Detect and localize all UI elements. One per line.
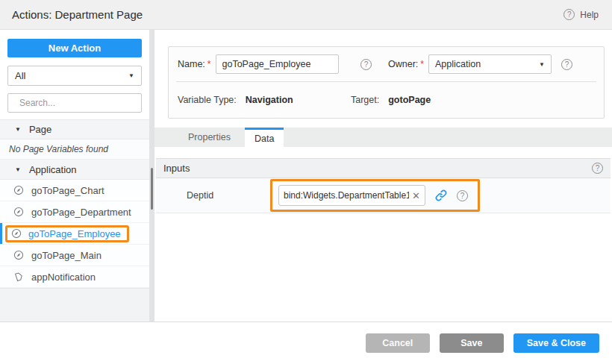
help-icon: ? bbox=[563, 9, 575, 20]
notification-icon bbox=[13, 272, 24, 282]
scrollbar-thumb[interactable] bbox=[151, 168, 153, 210]
sidebar-item-appnotification[interactable]: appNotification bbox=[0, 266, 149, 288]
help-icon[interactable]: ? bbox=[457, 190, 468, 201]
bind-link-icon[interactable] bbox=[434, 189, 448, 202]
chevron-down-icon: ▼ bbox=[539, 61, 545, 68]
search-input[interactable] bbox=[19, 98, 135, 108]
dialog-header: Actions: Department Page ? Help bbox=[0, 0, 612, 30]
inputs-panel-header: Inputs ? bbox=[156, 158, 611, 178]
annotation-highlight: goToPage_Employee bbox=[5, 225, 129, 242]
caret-down-icon: ▼ bbox=[15, 126, 21, 133]
inputs-panel: Inputs ? Deptid bind:Widgets.DepartmentT… bbox=[156, 158, 611, 213]
dialog-footer: Cancel Save Save & Close bbox=[0, 321, 612, 364]
navigation-icon bbox=[13, 207, 24, 217]
annotation-highlight: bind:Widgets.DepartmentTable1.select ✕ ? bbox=[270, 179, 480, 212]
deptid-label: Deptid bbox=[187, 190, 270, 201]
section-application-label: Application bbox=[29, 164, 77, 175]
clear-icon[interactable]: ✕ bbox=[412, 190, 420, 201]
search-box bbox=[7, 93, 142, 113]
help-icon[interactable]: ? bbox=[561, 59, 572, 70]
navigation-icon bbox=[13, 250, 24, 260]
sidebar-filler bbox=[0, 288, 149, 321]
owner-label: Owner: bbox=[388, 59, 418, 69]
sidebar-item-label: goToPage_Chart bbox=[31, 185, 104, 196]
page-empty-message: No Page Variables found bbox=[0, 139, 149, 160]
sidebar-item-gotopage-employee[interactable]: goToPage_Employee bbox=[0, 223, 149, 245]
target-label: Target: bbox=[351, 95, 379, 105]
filter-select-value: All bbox=[15, 70, 25, 81]
section-application[interactable]: ▼ Application bbox=[0, 160, 149, 180]
required-marker: * bbox=[207, 59, 211, 69]
actions-dialog: Actions: Department Page ? Help New Acti… bbox=[0, 0, 612, 364]
section-page-label: Page bbox=[29, 124, 51, 135]
name-input[interactable] bbox=[216, 54, 339, 74]
action-detail-panel: Name: * ? Owner: * Application ▼ ? bbox=[154, 30, 612, 321]
deptid-bind-input[interactable]: bind:Widgets.DepartmentTable1.select ✕ bbox=[278, 185, 425, 206]
search-icon bbox=[14, 98, 15, 108]
sidebar-item-gotopage-main[interactable]: goToPage_Main bbox=[0, 245, 149, 266]
name-owner-row: Name: * ? Owner: * Application ▼ ? bbox=[169, 47, 604, 81]
save-button[interactable]: Save bbox=[440, 333, 504, 353]
owner-select[interactable]: Application ▼ bbox=[428, 54, 552, 74]
sidebar-item-label: appNotification bbox=[31, 272, 96, 283]
help-label: Help bbox=[580, 10, 599, 20]
required-marker: * bbox=[420, 59, 424, 69]
sidebar-item-label: goToPage_Department bbox=[31, 207, 131, 218]
dialog-body: New Action All ▼ ▼ Page No Page Variable… bbox=[0, 30, 612, 321]
cancel-button[interactable]: Cancel bbox=[366, 333, 430, 353]
actions-sidebar: New Action All ▼ ▼ Page No Page Variable… bbox=[0, 30, 149, 321]
page-title: Actions: Department Page bbox=[12, 8, 143, 21]
type-target-row: Variable Type: Navigation Target: gotoPa… bbox=[169, 82, 604, 118]
target-value: gotoPage bbox=[388, 95, 431, 105]
section-page[interactable]: ▼ Page bbox=[0, 119, 149, 139]
inputs-title: Inputs bbox=[163, 163, 190, 174]
help-icon[interactable]: ? bbox=[360, 59, 372, 70]
variable-type-label: Variable Type: bbox=[178, 95, 237, 105]
tab-bar: Properties Data bbox=[154, 128, 612, 147]
name-label: Name: bbox=[178, 59, 205, 69]
caret-down-icon: ▼ bbox=[15, 166, 21, 173]
variable-type-value: Navigation bbox=[246, 95, 293, 105]
sidebar-item-label: goToPage_Employee bbox=[28, 228, 121, 239]
sidebar-item-gotopage-chart[interactable]: goToPage_Chart bbox=[0, 180, 149, 201]
filter-select[interactable]: All ▼ bbox=[7, 66, 142, 86]
navigation-icon bbox=[11, 228, 22, 239]
sidebar-divider bbox=[149, 30, 154, 321]
save-and-close-button[interactable]: Save & Close bbox=[513, 333, 599, 353]
chevron-down-icon: ▼ bbox=[128, 72, 134, 79]
sidebar-item-label: goToPage_Main bbox=[31, 250, 102, 261]
owner-select-value: Application bbox=[435, 59, 481, 69]
action-summary-card: Name: * ? Owner: * Application ▼ ? bbox=[168, 46, 605, 119]
input-row-deptid: Deptid bind:Widgets.DepartmentTable1.sel… bbox=[156, 178, 611, 213]
help-button[interactable]: ? Help bbox=[563, 9, 599, 20]
tab-data[interactable]: Data bbox=[245, 128, 284, 147]
navigation-icon bbox=[13, 185, 24, 195]
new-action-button[interactable]: New Action bbox=[7, 39, 142, 57]
tab-properties[interactable]: Properties bbox=[174, 128, 245, 147]
deptid-bind-value: bind:Widgets.DepartmentTable1.select bbox=[284, 190, 409, 201]
help-icon[interactable]: ? bbox=[592, 163, 603, 174]
sidebar-item-gotopage-department[interactable]: goToPage_Department bbox=[0, 201, 149, 223]
